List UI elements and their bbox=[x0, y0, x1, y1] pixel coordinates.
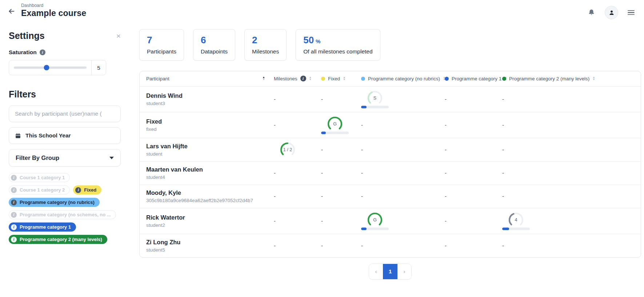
gauge-arc: 4 bbox=[506, 212, 526, 226]
settings-title: Settings bbox=[9, 31, 45, 41]
empty-value: - bbox=[274, 96, 276, 102]
empty-value: - bbox=[361, 193, 363, 199]
sort-icon[interactable]: ▲▼ bbox=[592, 76, 595, 81]
table-row-lars-van-hijfte[interactable]: Lars van Hijftestudent1 / 2---- bbox=[140, 138, 641, 162]
gauge-value: S bbox=[373, 96, 376, 101]
column-header-cat_no_rubrics[interactable]: Programme category (no rubrics)▲▼ bbox=[356, 76, 440, 81]
cat_no_rubrics-cell: - bbox=[356, 122, 440, 128]
group-filter-dropdown[interactable]: Filter By Group bbox=[9, 149, 121, 166]
topbar-actions bbox=[588, 6, 635, 19]
table-row-rick-watertor[interactable]: Rick Watertorstudent2--G-4 bbox=[140, 208, 641, 234]
search-input[interactable] bbox=[9, 105, 121, 122]
participant-username: student3 bbox=[146, 101, 269, 106]
fixed-cell: - bbox=[316, 218, 356, 224]
participant-cell: Lars van Hijftestudent bbox=[140, 143, 269, 157]
participant-username: student4 bbox=[146, 174, 269, 180]
prev-page-button[interactable]: ‹ bbox=[369, 264, 383, 279]
menu-button[interactable] bbox=[628, 10, 635, 15]
back-button[interactable] bbox=[7, 7, 16, 16]
cat1-cell: - bbox=[440, 218, 497, 224]
empty-value: - bbox=[274, 218, 276, 224]
participant-username: student bbox=[146, 151, 269, 157]
empty-value: - bbox=[274, 170, 276, 176]
column-header-participant[interactable]: Participant▲▼ bbox=[140, 76, 269, 81]
slider-thumb[interactable] bbox=[44, 65, 49, 71]
table-row-fixed[interactable]: Fixedfixed-G--- bbox=[140, 112, 641, 138]
gauge[interactable]: 1 / 2 bbox=[274, 142, 301, 156]
notifications-button[interactable] bbox=[588, 9, 595, 16]
breadcrumb[interactable]: Dashboard bbox=[21, 3, 86, 8]
sort-icon[interactable]: ▲▼ bbox=[263, 76, 265, 81]
user-menu-button[interactable] bbox=[605, 6, 618, 19]
table-row-maarten-van-keulen[interactable]: Maarten van Keulenstudent4----- bbox=[140, 162, 641, 185]
gauge[interactable]: S bbox=[361, 90, 389, 108]
gauge[interactable]: 4 bbox=[502, 212, 530, 230]
chip-programme-category-no-rubrics[interactable]: iProgramme category (no rubrics) bbox=[9, 198, 100, 207]
empty-value: - bbox=[361, 170, 363, 176]
chip-row: iProgramme category (no rubrics) bbox=[9, 198, 121, 207]
category-chip-list: iCourse 1 category 1iCourse 1 category 2… bbox=[9, 173, 121, 244]
chip-course-1-category-2[interactable]: iCourse 1 category 2 bbox=[9, 185, 70, 194]
next-page-button[interactable]: › bbox=[397, 264, 411, 279]
empty-value: - bbox=[274, 122, 276, 128]
chip-programme-category-1[interactable]: iProgramme category 1 bbox=[9, 222, 76, 232]
school-year-button[interactable]: This School Year bbox=[9, 127, 121, 144]
sort-icon[interactable]: ▲▼ bbox=[309, 76, 312, 81]
column-label: Programme category 2 (many levels) bbox=[509, 76, 589, 81]
cat1-cell: - bbox=[440, 193, 497, 200]
gauge-progress-bar bbox=[361, 228, 389, 230]
empty-value: - bbox=[445, 218, 447, 224]
gauge[interactable]: G bbox=[321, 116, 349, 134]
chip-programme-category-no-schemes-no[interactable]: iProgramme category (no schemes, no ... bbox=[9, 210, 116, 219]
sort-icon[interactable]: ▲▼ bbox=[343, 76, 345, 81]
cat2-cell: - bbox=[497, 242, 641, 249]
empty-value: - bbox=[361, 122, 363, 128]
milestones-cell: - bbox=[269, 122, 316, 128]
table-row-moody-kyle[interactable]: Moody, Kyle305c9b180a9ce9684ea62aeff2b2e… bbox=[140, 185, 641, 208]
fixed-cell: - bbox=[316, 170, 356, 176]
info-icon[interactable]: i bbox=[300, 76, 306, 81]
column-header-milestones[interactable]: Milestonesi▲▼ bbox=[269, 76, 316, 81]
column-header-content: Fixed bbox=[321, 76, 340, 81]
chip-label: Programme category (no schemes, no ... bbox=[20, 212, 111, 217]
column-header-cat2[interactable]: Programme category 2 (many levels)▲▼ bbox=[497, 76, 641, 81]
milestones-cell: - bbox=[269, 96, 316, 103]
column-header-content: Milestonesi bbox=[274, 76, 306, 81]
cat1-cell: - bbox=[440, 242, 497, 249]
chip-fixed[interactable]: iFixed bbox=[73, 185, 101, 194]
empty-value: - bbox=[445, 242, 447, 249]
cat1-cell: - bbox=[440, 170, 497, 176]
topbar: Dashboard Example course bbox=[0, 0, 644, 20]
gauge-progress-bar bbox=[361, 106, 389, 108]
empty-value: - bbox=[445, 170, 447, 176]
current-page-button[interactable]: 1 bbox=[383, 264, 397, 279]
info-icon[interactable]: i bbox=[40, 49, 45, 55]
column-header-content: Programme category (no rubrics) bbox=[361, 76, 440, 81]
column-header-fixed[interactable]: Fixed▲▼ bbox=[316, 76, 356, 81]
chip-row: iProgramme category 1 bbox=[9, 222, 121, 232]
empty-value: - bbox=[502, 147, 504, 153]
participant-cell: Fixedfixed bbox=[140, 118, 269, 132]
empty-value: - bbox=[445, 147, 447, 153]
close-button[interactable]: × bbox=[116, 32, 121, 40]
info-icon: i bbox=[11, 224, 17, 230]
table-row-zi-long-zhu[interactable]: Zi Long Zhustudent5----- bbox=[140, 234, 641, 257]
chip-course-1-category-1[interactable]: iCourse 1 category 1 bbox=[9, 173, 70, 182]
stat-value: 2 bbox=[252, 34, 279, 46]
info-icon: i bbox=[11, 200, 17, 205]
user-icon bbox=[608, 9, 615, 16]
chip-label: Programme category (no rubrics) bbox=[20, 200, 95, 205]
chip-programme-category-2-many-levels[interactable]: iProgramme category 2 (many levels) bbox=[9, 235, 107, 244]
empty-value: - bbox=[321, 193, 323, 199]
gauge-value: 1 / 2 bbox=[283, 147, 292, 152]
column-header-cat1[interactable]: Programme category 1▲▼ bbox=[440, 76, 497, 81]
chip-label: Course 1 category 2 bbox=[20, 187, 65, 193]
column-label: Fixed bbox=[328, 76, 340, 81]
gauge[interactable]: G bbox=[361, 212, 389, 230]
cat1-cell: - bbox=[440, 96, 497, 103]
slider-track[interactable] bbox=[14, 67, 87, 69]
fixed-cell: G bbox=[316, 116, 356, 134]
participant-username: 305c9b180a9ce9684ea62aeff2b2e97052cf2d4b… bbox=[146, 198, 269, 203]
table-row-dennis-wind[interactable]: Dennis Windstudent3--S-- bbox=[140, 87, 641, 112]
participant-cell: Maarten van Keulenstudent4 bbox=[140, 166, 269, 180]
